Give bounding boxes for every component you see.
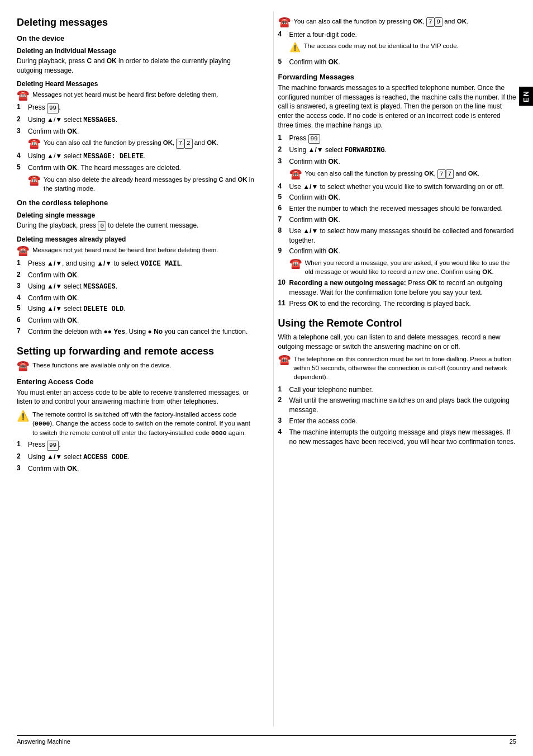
key-7a: 7 [437,169,446,179]
fwd-step-4: 4 Use ▲/▼ to select whether you would li… [278,182,517,192]
step-content: Call your telephone number. [289,385,517,395]
step-3-heard: 3 Confirm with OK. [17,127,255,136]
note-tone-text: The telephone on this connection must be… [294,355,517,381]
step-content: Press OK to end the recording. The recor… [289,299,517,309]
step-content: Press ▲/▼, and using ▲/▼ to select VOICE… [28,259,255,269]
step-7-cordless: 7 Confirm the deletion with ●● Yes. Usin… [17,327,255,337]
key-7b: 7 [446,169,454,179]
step-3-access: 3 Confirm with OK. [17,464,255,474]
step-num: 5 [17,163,26,171]
section-title-deleting: Deleting messages [17,17,255,29]
step-num: 4 [278,30,287,38]
heading-deleting-heard: Deleting Heard Messages [17,80,255,88]
remote-step-2: 2 Wait until the answering machine switc… [278,396,517,415]
note-also-72: ☎️ You can also call the function by pre… [28,138,255,149]
fwd-step-9: 9 Confirm with OK. [278,247,517,256]
footer-right: 25 [510,738,516,745]
right-column: ☎️ You can also call the function by pre… [273,11,517,726]
heading-on-cordless: On the cordless telephone [17,199,255,207]
step-content: Confirm with OK. [289,58,517,67]
note-phone-icon-7: ☎️ [289,169,302,180]
key-99-fwd: 99 [308,134,320,144]
fwd-step-8: 8 Use ▲/▼ to select how many messages sh… [278,226,517,245]
note-heard-messages: ☎️ Messages not yet heard must be heard … [17,90,255,101]
note-phone-icon-4: ☎️ [17,245,29,257]
step-num: 1 [17,103,26,111]
step-content: Confirm with OK. [289,157,517,167]
step-1-heard: 1 Press 99. [17,103,255,113]
text-deleting-single: During the playback, press 0 to delete t… [17,221,255,231]
step-num: 5 [17,304,26,312]
step-num: 3 [17,464,26,472]
step-num: 4 [278,182,287,190]
page: EN Deleting messages On the device Delet… [0,0,533,756]
step-content: Using ▲/▼ select DELETE OLD. [28,304,255,314]
note-device-text: These functions are available only on th… [32,361,255,370]
step-1-access: 1 Press 99. [17,440,255,450]
fwd-step-6: 6 Enter the number to which the received… [278,204,517,214]
fwd-step-7: 7 Confirm with OK. [278,215,517,225]
step-content: Confirm with OK. [289,247,517,256]
fwd-step-2: 2 Using ▲/▼ select FORWARDING. [278,145,517,155]
step-content: Using ▲/▼ select MESSAGES. [28,282,255,292]
step-content: Confirm with OK. [28,294,255,303]
note-record-text: When you record a message, you are asked… [305,258,517,276]
key-99: 99 [47,103,59,113]
step-content: Confirm the deletion with ●● Yes. Using … [28,327,255,337]
step-2-access: 2 Using ▲/▼ select ACCESS CODE. [17,452,255,462]
step-num: 4 [17,152,26,159]
step-content: Press 99. [289,134,517,144]
heading-access-code: Entering Access Code [17,377,255,386]
note-phone-icon-5: ☎️ [17,361,29,372]
note-device-only: ☎️ These functions are available only on… [17,361,255,372]
step-2-cordless: 2 Confirm with OK. [17,271,255,280]
step-content: Use ▲/▼ to select how many messages shou… [289,226,517,245]
step-content: Confirm with OK. [289,215,517,225]
note-heard-text: Messages not yet heard must be heard fir… [32,90,255,99]
fwd-step-10: 10 Recording a new outgoing message: Pre… [278,278,517,297]
step-5-heard: 5 Confirm with OK. The heard messages ar… [17,163,255,173]
step-num: 3 [278,157,287,165]
fwd-step-1: 1 Press 99. [278,134,517,144]
step-num: 5 [278,58,287,65]
step-1-cordless: 1 Press ▲/▼, and using ▲/▼ to select VOI… [17,259,255,269]
step-num: 6 [278,204,287,212]
step-num: 8 [278,226,287,234]
key-7: 7 [176,139,184,148]
text-access-code: You must enter an access code to be able… [17,388,255,407]
step-content: The machine interrupts the outgoing mess… [289,428,517,447]
note-phone-icon: ☎️ [17,90,29,101]
heading-forwarding-messages: Forwarding Messages [278,73,517,81]
step-content: Confirm with OK. [28,271,255,280]
warning-icon-2: ⚠️ [289,41,301,54]
step-content: Confirm with OK. [289,193,517,202]
step-content: Confirm with OK. [28,464,255,474]
step-content: Press 99. [28,103,255,113]
step-num: 1 [278,134,287,141]
remote-step-1: 1 Call your telephone number. [278,385,517,395]
step-3-cordless: 3 Using ▲/▼ select MESSAGES. [17,282,255,292]
note-phone-icon-9: ☎️ [278,355,291,366]
step-content: Enter the number to which the received m… [289,204,517,214]
warning-remote-control: ⚠️ The remote control is switched off wi… [17,410,255,438]
key-0: 0 [98,221,106,231]
step-content: Recording a new outgoing message: Press … [289,278,517,297]
heading-on-device: On the device [17,34,255,42]
step-content: Using ▲/▼ select MESSAGES. [28,115,255,125]
step-content: Press 99. [28,440,255,450]
step-num: 1 [17,259,26,267]
remote-step-4: 4 The machine interrupts the outgoing me… [278,428,517,447]
step-content: Confirm with OK. The heard messages are … [28,163,255,173]
step-num: 1 [278,385,287,393]
step-content: Confirm with OK. [28,316,255,325]
content-columns: Deleting messages On the device Deleting… [17,11,516,726]
step-content: Enter the access code. [289,417,517,426]
fwd-step-3: 3 Confirm with OK. [278,157,517,167]
note-72-text: You can also call the function by pressi… [44,138,255,148]
warning-vip-text: The access code may not be identical to … [304,41,517,50]
step-5-cordless: 5 Using ▲/▼ select DELETE OLD. [17,304,255,314]
note-77-text: You can also call the function by pressi… [305,169,517,179]
step-num: 5 [278,193,287,201]
text-remote: With a telephone call, you can listen to… [278,333,517,352]
step-num: 4 [17,294,26,301]
